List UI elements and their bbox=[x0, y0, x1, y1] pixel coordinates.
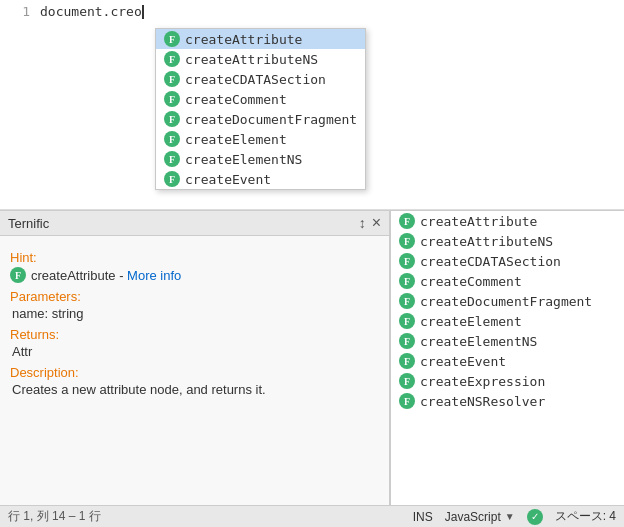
ternific-panel: Ternific ↕ × Hint: F createAttribute - M… bbox=[0, 211, 390, 527]
right-func-icon-5: F bbox=[399, 313, 415, 329]
right-func-icon-6: F bbox=[399, 333, 415, 349]
autocomplete-label-3: createComment bbox=[185, 92, 287, 107]
status-position: 行 1, 列 14 – 1 行 bbox=[8, 508, 101, 525]
right-list-label-4: createDocumentFragment bbox=[420, 294, 592, 309]
autocomplete-item-2[interactable]: F createCDATASection bbox=[156, 69, 365, 89]
hint-label: Hint: bbox=[10, 250, 379, 265]
autocomplete-item-7[interactable]: F createEvent bbox=[156, 169, 365, 189]
ternific-title: Ternific bbox=[8, 216, 49, 231]
autocomplete-item-4[interactable]: F createDocumentFragment bbox=[156, 109, 365, 129]
status-right: INS JavaScript ▼ ✓ スペース: 4 bbox=[413, 508, 616, 525]
code-text: document.creo bbox=[40, 4, 142, 19]
right-func-icon-4: F bbox=[399, 293, 415, 309]
close-button[interactable]: × bbox=[372, 215, 381, 231]
check-icon: ✓ bbox=[527, 509, 543, 525]
language-text: JavaScript bbox=[445, 510, 501, 524]
params-value: name: string bbox=[10, 306, 379, 321]
editor-area[interactable]: 1 document.creo F createAttribute F crea… bbox=[0, 0, 624, 210]
status-bar: 行 1, 列 14 – 1 行 INS JavaScript ▼ ✓ スペース:… bbox=[0, 505, 624, 527]
ternific-header: Ternific ↕ × bbox=[0, 211, 389, 236]
returns-label: Returns: bbox=[10, 327, 379, 342]
right-func-icon-8: F bbox=[399, 373, 415, 389]
returns-value: Attr bbox=[10, 344, 379, 359]
autocomplete-label-4: createDocumentFragment bbox=[185, 112, 357, 127]
hint-item: F createAttribute - More info bbox=[10, 267, 379, 283]
right-list-label-6: createElementNS bbox=[420, 334, 537, 349]
sort-icon[interactable]: ↕ bbox=[359, 215, 366, 231]
autocomplete-item-5[interactable]: F createElement bbox=[156, 129, 365, 149]
params-label: Parameters: bbox=[10, 289, 379, 304]
ternific-content: Hint: F createAttribute - More info Para… bbox=[0, 236, 389, 527]
line-number: 1 bbox=[0, 4, 40, 19]
language-selector[interactable]: JavaScript ▼ bbox=[445, 510, 515, 524]
description-label: Description: bbox=[10, 365, 379, 380]
right-list-item-2[interactable]: F createCDATASection bbox=[391, 251, 624, 271]
autocomplete-label-6: createElementNS bbox=[185, 152, 302, 167]
status-spaces: スペース: 4 bbox=[555, 508, 616, 525]
autocomplete-item-0[interactable]: F createAttribute bbox=[156, 29, 365, 49]
func-icon-3: F bbox=[164, 91, 180, 107]
hint-func-icon: F bbox=[10, 267, 26, 283]
right-func-icon-0: F bbox=[399, 213, 415, 229]
hint-separator: - bbox=[116, 268, 128, 283]
autocomplete-label-5: createElement bbox=[185, 132, 287, 147]
right-list-label-3: createComment bbox=[420, 274, 522, 289]
right-list-item-4[interactable]: F createDocumentFragment bbox=[391, 291, 624, 311]
right-list-label-9: createNSResolver bbox=[420, 394, 545, 409]
func-icon-1: F bbox=[164, 51, 180, 67]
autocomplete-label-7: createEvent bbox=[185, 172, 271, 187]
right-list-label-0: createAttribute bbox=[420, 214, 537, 229]
right-list-item-1[interactable]: F createAttributeNS bbox=[391, 231, 624, 251]
right-func-icon-1: F bbox=[399, 233, 415, 249]
autocomplete-label-2: createCDATASection bbox=[185, 72, 326, 87]
right-list-item-8[interactable]: F createExpression bbox=[391, 371, 624, 391]
right-list-label-7: createEvent bbox=[420, 354, 506, 369]
autocomplete-item-3[interactable]: F createComment bbox=[156, 89, 365, 109]
more-info-link[interactable]: More info bbox=[127, 268, 181, 283]
right-list-item-7[interactable]: F createEvent bbox=[391, 351, 624, 371]
right-autocomplete-list[interactable]: F createAttribute F createAttributeNS F … bbox=[390, 211, 624, 527]
right-list-label-5: createElement bbox=[420, 314, 522, 329]
status-check: ✓ bbox=[527, 509, 543, 525]
autocomplete-item-6[interactable]: F createElementNS bbox=[156, 149, 365, 169]
bottom-panel: Ternific ↕ × Hint: F createAttribute - M… bbox=[0, 210, 624, 527]
func-icon-0: F bbox=[164, 31, 180, 47]
ternific-controls: ↕ × bbox=[359, 215, 381, 231]
right-func-icon-3: F bbox=[399, 273, 415, 289]
autocomplete-dropdown[interactable]: F createAttribute F createAttributeNS F … bbox=[155, 28, 366, 190]
right-func-icon-2: F bbox=[399, 253, 415, 269]
func-icon-7: F bbox=[164, 171, 180, 187]
func-icon-2: F bbox=[164, 71, 180, 87]
right-list-item-6[interactable]: F createElementNS bbox=[391, 331, 624, 351]
func-icon-6: F bbox=[164, 151, 180, 167]
right-func-icon-9: F bbox=[399, 393, 415, 409]
right-list-item-5[interactable]: F createElement bbox=[391, 311, 624, 331]
autocomplete-label-0: createAttribute bbox=[185, 32, 302, 47]
autocomplete-item-1[interactable]: F createAttributeNS bbox=[156, 49, 365, 69]
right-list-label-2: createCDATASection bbox=[420, 254, 561, 269]
description-value: Creates a new attribute node, and return… bbox=[10, 382, 379, 397]
language-dropdown-arrow: ▼ bbox=[505, 511, 515, 522]
editor-line-1: 1 document.creo bbox=[0, 0, 624, 23]
line-content: document.creo bbox=[40, 4, 144, 19]
func-icon-5: F bbox=[164, 131, 180, 147]
autocomplete-label-1: createAttributeNS bbox=[185, 52, 318, 67]
right-func-icon-7: F bbox=[399, 353, 415, 369]
func-icon-4: F bbox=[164, 111, 180, 127]
right-list-item-3[interactable]: F createComment bbox=[391, 271, 624, 291]
status-mode: INS bbox=[413, 510, 433, 524]
main-container: 1 document.creo F createAttribute F crea… bbox=[0, 0, 624, 527]
hint-func-name: createAttribute bbox=[31, 268, 116, 283]
right-list-item-9[interactable]: F createNSResolver bbox=[391, 391, 624, 411]
right-list-label-1: createAttributeNS bbox=[420, 234, 553, 249]
cursor bbox=[142, 5, 144, 19]
right-list-item-0[interactable]: F createAttribute bbox=[391, 211, 624, 231]
right-list-label-8: createExpression bbox=[420, 374, 545, 389]
